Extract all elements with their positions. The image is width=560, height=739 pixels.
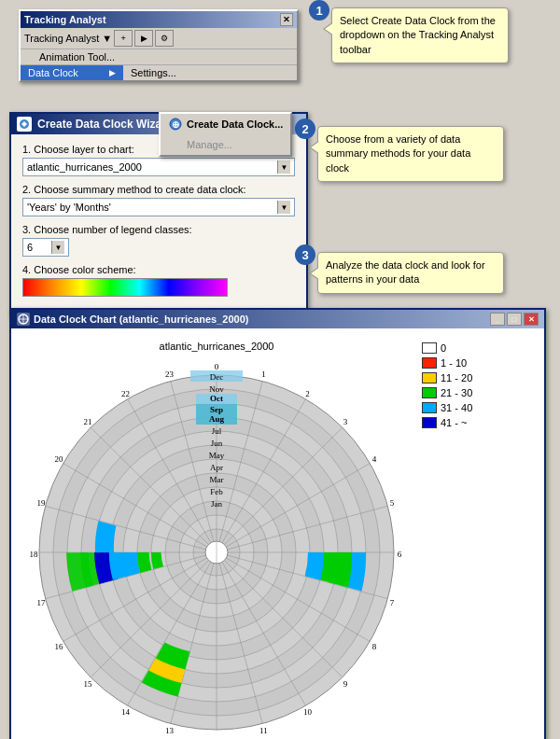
svg-text:20: 20 (55, 454, 64, 464)
chart-title-text: Data Clock Chart (atlantic_hurricanes_20… (34, 314, 248, 325)
wizard-step3-value: 6 (27, 242, 33, 253)
menu-settings-label: Settings... (131, 67, 176, 78)
submenu-manage-label: Manage... (187, 139, 232, 150)
callout3-arrow-inner (311, 267, 320, 280)
svg-text:⊕: ⊕ (172, 119, 179, 130)
callout1-arrow-inner (325, 22, 334, 35)
data-clock-svg: atlantic_hurricanes_2000 (16, 333, 417, 734)
wizard-step3-dropdown[interactable]: 6 ▼ (22, 238, 69, 257)
toolbar-title-bar: Tracking Analyst ✕ (21, 11, 297, 28)
legend-item-4: 31 - 40 (422, 402, 506, 413)
svg-text:May: May (209, 451, 225, 460)
callout3: Analyze the data clock and look for patt… (317, 252, 504, 294)
svg-text:Oct: Oct (210, 394, 223, 403)
chart-canvas: atlantic_hurricanes_2000 (16, 333, 417, 734)
close-icon[interactable]: ✕ (280, 13, 293, 26)
svg-text:22: 22 (121, 389, 130, 398)
svg-text:Feb: Feb (210, 487, 223, 496)
menu-item-settings[interactable]: Settings... (123, 65, 207, 80)
svg-text:19: 19 (37, 498, 47, 508)
svg-text:7: 7 (390, 598, 395, 607)
wizard-step2-label: 2. Choose summary method to create data … (22, 184, 295, 195)
callout2: Choose from a variety of data summary me… (317, 126, 504, 182)
legend-color-0 (422, 342, 437, 354)
menu-arrow-icon: ▶ (109, 68, 116, 77)
legend-item-2: 11 - 20 (422, 372, 506, 383)
chart-body: atlantic_hurricanes_2000 (11, 328, 544, 739)
svg-text:Aug: Aug (209, 414, 225, 424)
svg-text:2: 2 (305, 389, 310, 398)
menu-item-dataclock[interactable]: Data Clock ▶ (21, 65, 123, 80)
submenu-create-label: Create Data Clock... (187, 119, 283, 130)
submenu-create[interactable]: ⊕ Create Data Clock... (161, 114, 290, 134)
wizard-title-text: Create Data Clock Wizard (37, 118, 173, 131)
wizard-step3-label: 3. Choose number of legend classes: (22, 224, 295, 235)
svg-text:Nov: Nov (209, 384, 224, 394)
wizard-step2-dropdown[interactable]: 'Years' by 'Months' ▼ (22, 198, 295, 216)
submenu: ⊕ Create Data Clock... Manage... (159, 112, 292, 157)
legend-item-1: 1 - 10 (422, 357, 506, 369)
menu-row: Data Clock ▶ Settings... (21, 65, 297, 80)
chart-title-left: Data Clock Chart (atlantic_hurricanes_20… (17, 313, 248, 326)
manage-icon (168, 137, 183, 152)
toolbar-window: Tracking Analyst ✕ Tracking Analyst ▼ + … (19, 9, 299, 82)
wizard-step4: 4. Choose color scheme: (22, 264, 295, 297)
svg-text:Sep: Sep (210, 405, 223, 414)
legend-color-4 (422, 402, 437, 413)
legend-item-0: 0 (422, 342, 506, 354)
svg-text:17: 17 (37, 598, 47, 607)
svg-text:Apr: Apr (210, 463, 223, 472)
svg-text:16: 16 (55, 642, 64, 651)
wizard-step4-label: 4. Choose color scheme: (22, 264, 295, 275)
create-icon: ⊕ (168, 117, 183, 132)
chart-window-buttons: _ □ ✕ (490, 313, 539, 326)
legend-label-4: 31 - 40 (441, 402, 472, 413)
svg-text:Dec: Dec (210, 372, 224, 382)
svg-text:Mar: Mar (210, 475, 224, 484)
svg-text:0: 0 (215, 362, 219, 371)
svg-text:Jun: Jun (211, 439, 223, 448)
wizard-step1-value: atlantic_hurricanes_2000 (27, 161, 142, 173)
animation-row: Animation Tool... (21, 49, 297, 65)
svg-text:18: 18 (30, 550, 39, 559)
chart-window-icon (17, 313, 30, 326)
svg-text:9: 9 (343, 679, 348, 689)
chart-section: Data Clock Chart (atlantic_hurricanes_20… (9, 308, 546, 739)
legend-label-3: 21 - 30 (441, 387, 472, 398)
wizard-step2-value: 'Years' by 'Months' (27, 202, 111, 213)
svg-text:1: 1 (261, 370, 266, 379)
wizard-step1-dropdown[interactable]: atlantic_hurricanes_2000 ▼ (22, 158, 295, 176)
close-button[interactable]: ✕ (524, 313, 539, 326)
callout2-badge: 2 (295, 119, 315, 139)
chart-title-bar: Data Clock Chart (atlantic_hurricanes_20… (11, 310, 544, 328)
wizard-body: 1. Choose layer to chart: atlantic_hurri… (11, 134, 306, 314)
legend-color-5 (422, 417, 437, 428)
submenu-manage: Manage... (161, 134, 290, 155)
svg-text:13: 13 (165, 726, 175, 734)
callout2-text: Choose from a variety of data summary me… (326, 133, 470, 174)
legend-color-3 (422, 387, 437, 398)
svg-text:21: 21 (84, 417, 92, 426)
svg-text:atlantic_hurricanes_2000: atlantic_hurricanes_2000 (160, 341, 274, 352)
legend-label-5: 41 - ~ (441, 417, 467, 428)
dropdown-arrow1-icon: ▼ (277, 160, 290, 174)
add-button[interactable]: + (114, 30, 133, 47)
callout3-badge: 3 (295, 244, 315, 265)
dropdown-arrow2-icon: ▼ (277, 201, 290, 214)
minimize-button[interactable]: _ (490, 313, 505, 326)
svg-text:6: 6 (398, 550, 402, 559)
chart-polar: Dec Nov Oct Sep Aug Jul Jun May Apr Mar … (30, 362, 402, 734)
svg-text:23: 23 (165, 370, 175, 379)
options-button[interactable]: ⚙ (155, 30, 174, 47)
legend-label-2: 11 - 20 (441, 372, 472, 383)
legend-color-1 (422, 357, 437, 369)
toolbar-section: Tracking Analyst ✕ Tracking Analyst ▼ + … (19, 9, 299, 82)
color-scheme-bar[interactable] (22, 278, 228, 297)
callout1-badge: 1 (309, 0, 329, 21)
svg-text:10: 10 (303, 707, 313, 717)
maximize-button[interactable]: □ (507, 313, 522, 326)
chart-legend: 0 1 - 10 11 - 20 21 - 30 31 - 40 41 - ~ (417, 333, 511, 734)
play-button[interactable]: ▶ (134, 30, 153, 47)
svg-text:8: 8 (372, 642, 377, 651)
svg-text:11: 11 (259, 726, 268, 734)
